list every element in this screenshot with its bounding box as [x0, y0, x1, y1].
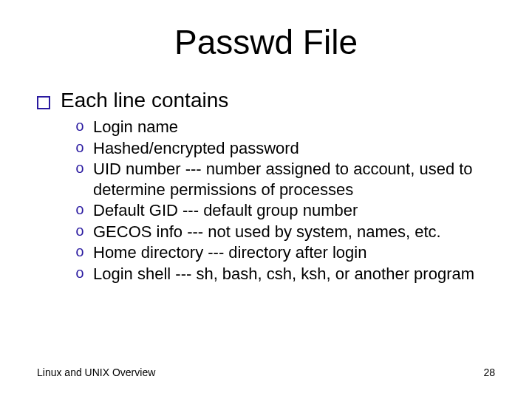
footer-text: Linux and UNIX Overview — [37, 366, 155, 378]
list-item: o Login name — [75, 117, 495, 137]
slide-title: Passwd File — [0, 22, 532, 62]
list-item: o UID number --- number assigned to acco… — [75, 159, 495, 200]
circle-bullet-icon: o — [75, 243, 93, 262]
list-item: o Home directory --- directory after log… — [75, 242, 495, 263]
list-item: o Hashed/encrypted password — [75, 138, 495, 159]
list-item-text: Default GID --- default group number — [93, 200, 495, 221]
list-item-text: UID number --- number assigned to accoun… — [93, 159, 495, 200]
slide: Passwd File Each line contains o Login n… — [0, 0, 532, 399]
list-item: o GECOS info --- not used by system, nam… — [75, 222, 495, 242]
list-item-text: Login name — [93, 117, 495, 137]
square-bullet-icon — [37, 96, 50, 109]
list-item-text: GECOS info --- not used by system, names… — [93, 222, 495, 242]
slide-body: Each line contains o Login name o Hashed… — [37, 89, 495, 284]
circle-bullet-icon: o — [75, 139, 93, 157]
list-item-text: Home directory --- directory after login — [93, 242, 495, 263]
list-item: o Default GID --- default group number — [75, 200, 495, 221]
heading-text: Each line contains — [61, 89, 228, 112]
circle-bullet-icon: o — [75, 265, 93, 283]
bullet-level1: Each line contains — [37, 89, 495, 112]
circle-bullet-icon: o — [75, 117, 93, 136]
list-item-text: Login shell --- sh, bash, csh, ksh, or a… — [93, 264, 495, 284]
list-item: o Login shell --- sh, bash, csh, ksh, or… — [75, 264, 495, 284]
list-item-text: Hashed/encrypted password — [93, 138, 495, 159]
page-number: 28 — [483, 366, 495, 378]
circle-bullet-icon: o — [75, 160, 93, 178]
circle-bullet-icon: o — [75, 201, 93, 219]
sublist: o Login name o Hashed/encrypted password… — [75, 117, 495, 284]
circle-bullet-icon: o — [75, 222, 93, 241]
